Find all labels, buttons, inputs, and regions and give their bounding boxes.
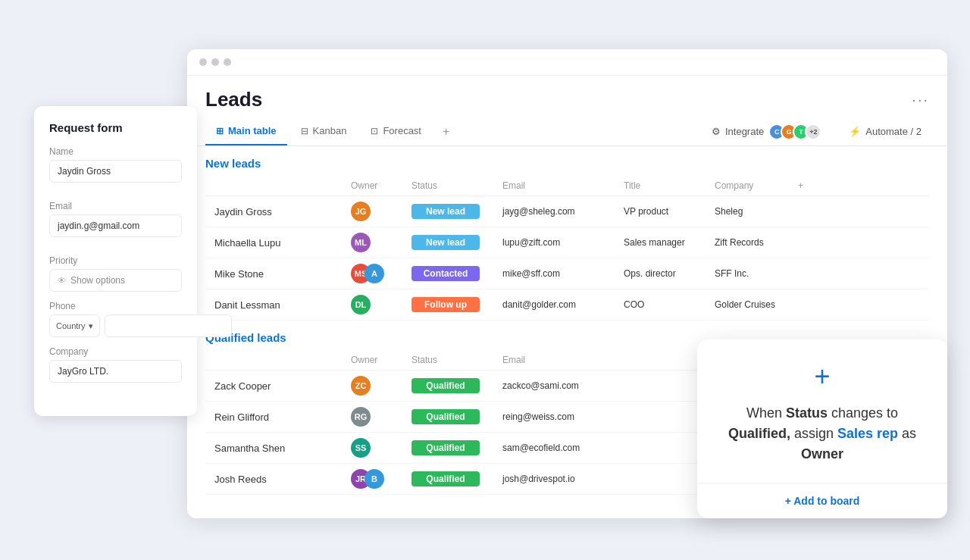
priority-section: Priority 👁 Show options (49, 255, 182, 292)
title-cell: COO (615, 289, 706, 321)
status-cell: Contacted (402, 258, 493, 289)
phone-row: Country ▾ (49, 314, 182, 337)
owner-cell: ML (342, 227, 402, 258)
tooltip-text-mid2: assign (790, 426, 837, 441)
lead-name: Samantha Shen (205, 433, 342, 464)
tab-forecast-label: Forecast (383, 125, 421, 136)
plus-icon: + (720, 361, 925, 393)
owner-cell: JR B (342, 464, 402, 495)
header-actions: ··· (912, 91, 929, 108)
priority-placeholder: Show options (70, 275, 125, 286)
title-cell: Ops. director (615, 258, 706, 289)
status-badge: Contacted (411, 266, 480, 281)
tab-right-actions: ⚙ Integrate C G T +2 ⚡ Automate / 2 (704, 120, 929, 144)
avatar-count: +2 (805, 124, 821, 140)
tooltip-salesrep-highlight: Sales rep (837, 426, 898, 441)
lead-name: Zack Cooper (205, 371, 342, 402)
integrate-icon: ⚙ (712, 126, 721, 137)
add-tab-button[interactable]: + (435, 119, 457, 145)
th-company: Company (706, 176, 789, 196)
tooltip-qualified-bold: Qualified, (728, 426, 790, 441)
table-row: Mike Stone MS A Contacted mike@sff.com O… (205, 258, 929, 289)
avatar: B (365, 469, 384, 489)
status-cell: New lead (402, 227, 493, 258)
country-select[interactable]: Country ▾ (49, 314, 100, 337)
email-cell: zackco@sami.com (493, 371, 615, 402)
request-form-panel: Request form Name Email Priority 👁 Show … (34, 106, 197, 416)
email-cell: danit@golder.com (493, 289, 615, 321)
avatar: DL (351, 295, 371, 314)
company-input[interactable] (49, 360, 182, 383)
tooltip-body: + When Status changes to Qualified, assi… (697, 339, 947, 483)
automate-label: Automate / 2 (865, 126, 922, 137)
automate-button[interactable]: ⚡ Automate / 2 (841, 122, 929, 141)
tab-main-table[interactable]: ⊞ Main table (205, 117, 287, 145)
email-cell: sam@ecofield.com (493, 433, 615, 464)
th-email: Email (493, 176, 615, 196)
avatar: JG (351, 202, 371, 221)
phone-input[interactable] (105, 314, 232, 337)
status-badge: Follow up (411, 297, 480, 312)
avatar: ZC (351, 376, 371, 396)
company-cell: SFF Inc. (706, 258, 789, 289)
window-titlebar (187, 49, 947, 76)
tooltip-footer: + Add to board (697, 483, 947, 518)
company-label: Company (49, 346, 182, 357)
status-badge: Qualified (411, 471, 480, 486)
status-badge: New lead (411, 235, 480, 250)
th-owner: Owner (342, 176, 402, 196)
company-cell: Golder Cruises (706, 289, 789, 321)
th-status: Status (402, 176, 493, 196)
tab-kanban-label: Kanban (313, 125, 347, 136)
email-cell: reing@weiss.com (493, 402, 615, 433)
avatar: RG (351, 407, 371, 427)
forecast-icon: ⊡ (371, 126, 378, 136)
owner-cell: ZC (342, 371, 402, 402)
avatars-group: C G T +2 (768, 124, 821, 140)
status-badge: New lead (411, 204, 480, 219)
email-input[interactable] (49, 214, 182, 237)
priority-field[interactable]: 👁 Show options (49, 269, 182, 292)
eye-icon: 👁 (58, 276, 66, 285)
table-row: Jaydin Gross JG New lead jayg@sheleg.com… (205, 196, 929, 227)
th-name-q (205, 350, 342, 371)
title-cell: Sales manager (615, 227, 706, 258)
avatar: A (365, 264, 384, 283)
email-cell: mike@sff.com (493, 258, 615, 289)
avatar: ML (351, 233, 371, 252)
integrate-button[interactable]: ⚙ Integrate C G T +2 (704, 120, 829, 144)
lead-name: Rein Glifford (205, 402, 342, 433)
th-email-q: Email (493, 350, 615, 371)
lead-name: Jaydin Gross (205, 196, 342, 227)
name-input[interactable] (49, 160, 182, 183)
email-label: Email (49, 201, 182, 211)
form-title: Request form (49, 121, 182, 134)
integrate-label: Integrate (725, 126, 764, 137)
table-row: Michaella Lupu ML New lead lupu@zift.com… (205, 227, 929, 258)
email-cell: lupu@zift.com (493, 227, 615, 258)
page-title: Leads (205, 88, 262, 111)
window-dot-2 (211, 58, 219, 66)
add-column-button[interactable]: + (789, 176, 929, 196)
tooltip-text-end: as (898, 426, 916, 441)
status-cell: Qualified (402, 433, 493, 464)
lead-name: Michaella Lupu (205, 227, 342, 258)
tab-kanban[interactable]: ⊟ Kanban (290, 117, 358, 145)
more-button[interactable]: ··· (912, 91, 929, 108)
table-icon: ⊞ (216, 126, 224, 136)
add-to-board-button[interactable]: + Add to board (785, 495, 860, 507)
owner-cell: RG (342, 402, 402, 433)
status-cell: Follow up (402, 289, 493, 321)
phone-label: Phone (49, 301, 182, 311)
priority-label: Priority (49, 255, 182, 266)
title-cell: VP product (615, 196, 706, 227)
table-row: Danit Lessman DL Follow up danit@golder.… (205, 289, 929, 321)
email-section: Email (49, 201, 182, 246)
company-cell: Sheleg (706, 196, 789, 227)
status-cell: Qualified (402, 371, 493, 402)
tab-forecast[interactable]: ⊡ Forecast (360, 117, 432, 145)
email-cell: jayg@sheleg.com (493, 196, 615, 227)
owner-cell: SS (342, 433, 402, 464)
automation-tooltip: + When Status changes to Qualified, assi… (697, 339, 947, 518)
status-badge: Qualified (411, 440, 480, 455)
